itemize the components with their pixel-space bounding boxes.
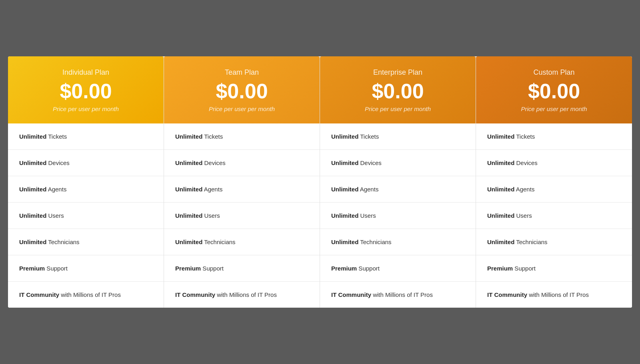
feature-bold-custom-1: Unlimited	[487, 159, 514, 166]
feature-rest-team-4: Technicians	[202, 239, 235, 245]
feature-bold-team-1: Unlimited	[175, 159, 202, 166]
feature-rest-team-5: Support	[201, 265, 224, 272]
feature-bold-team-5: Premium	[175, 265, 201, 272]
feature-bold-team-0: Unlimited	[175, 133, 202, 140]
feature-item-individual-4: Unlimited Technicians	[8, 229, 164, 255]
feature-bold-team-3: Unlimited	[175, 212, 202, 219]
feature-rest-custom-1: Devices	[514, 159, 538, 166]
feature-rest-enterprise-4: Technicians	[358, 239, 391, 245]
plan-column-enterprise: Enterprise Plan$0.00Price per user per m…	[320, 56, 476, 308]
feature-item-custom-5: Premium Support	[476, 255, 632, 282]
feature-item-enterprise-5: Premium Support	[320, 255, 476, 282]
feature-bold-enterprise-3: Unlimited	[331, 212, 358, 219]
feature-item-individual-3: Unlimited Users	[8, 203, 164, 229]
feature-item-team-3: Unlimited Users	[164, 203, 320, 229]
plan-column-team: Team Plan$0.00Price per user per monthUn…	[164, 56, 320, 308]
features-list-custom: Unlimited TicketsUnlimited DevicesUnlimi…	[476, 123, 632, 308]
feature-item-enterprise-0: Unlimited Tickets	[320, 123, 476, 150]
feature-item-enterprise-6: IT Community with Millions of IT Pros	[320, 282, 476, 308]
feature-rest-team-0: Tickets	[202, 133, 223, 140]
feature-item-team-5: Premium Support	[164, 255, 320, 282]
feature-rest-enterprise-1: Devices	[358, 159, 382, 166]
feature-item-custom-3: Unlimited Users	[476, 203, 632, 229]
feature-item-custom-2: Unlimited Agents	[476, 176, 632, 203]
features-list-enterprise: Unlimited TicketsUnlimited DevicesUnlimi…	[320, 123, 476, 308]
feature-bold-individual-3: Unlimited	[19, 212, 46, 219]
feature-bold-custom-3: Unlimited	[487, 212, 514, 219]
feature-item-custom-6: IT Community with Millions of IT Pros	[476, 282, 632, 308]
feature-bold-individual-4: Unlimited	[19, 239, 46, 245]
feature-bold-team-4: Unlimited	[175, 239, 202, 245]
feature-bold-custom-0: Unlimited	[487, 133, 514, 140]
plan-name-individual: Individual Plan	[16, 68, 156, 77]
feature-rest-enterprise-6: with Millions of IT Pros	[371, 291, 433, 298]
feature-item-individual-6: IT Community with Millions of IT Pros	[8, 282, 164, 308]
feature-rest-team-2: Agents	[202, 186, 222, 193]
feature-bold-individual-1: Unlimited	[19, 159, 46, 166]
feature-rest-custom-5: Support	[513, 265, 536, 272]
plan-period-team: Price per user per month	[172, 105, 312, 112]
feature-bold-custom-5: Premium	[487, 265, 513, 272]
feature-rest-enterprise-3: Users	[358, 212, 376, 219]
plan-period-custom: Price per user per month	[484, 105, 624, 112]
feature-bold-team-2: Unlimited	[175, 186, 202, 193]
feature-bold-individual-6: IT Community	[19, 291, 59, 298]
feature-rest-individual-5: Support	[45, 265, 68, 272]
feature-item-individual-2: Unlimited Agents	[8, 176, 164, 203]
feature-rest-individual-2: Agents	[46, 186, 66, 193]
plan-header-individual: Individual Plan$0.00Price per user per m…	[8, 56, 164, 123]
plan-price-enterprise: $0.00	[328, 81, 468, 101]
feature-bold-individual-5: Premium	[19, 265, 45, 272]
plan-header-custom: Custom Plan$0.00Price per user per month	[476, 56, 632, 123]
feature-rest-enterprise-0: Tickets	[358, 133, 379, 140]
feature-rest-individual-1: Devices	[46, 159, 70, 166]
plan-column-custom: Custom Plan$0.00Price per user per month…	[476, 56, 632, 308]
plan-name-enterprise: Enterprise Plan	[328, 68, 468, 77]
feature-bold-enterprise-5: Premium	[331, 265, 357, 272]
feature-item-custom-1: Unlimited Devices	[476, 150, 632, 176]
feature-rest-individual-4: Technicians	[46, 239, 79, 245]
feature-rest-custom-2: Agents	[514, 186, 534, 193]
plan-header-enterprise: Enterprise Plan$0.00Price per user per m…	[320, 56, 476, 123]
feature-item-custom-0: Unlimited Tickets	[476, 123, 632, 150]
feature-item-team-2: Unlimited Agents	[164, 176, 320, 203]
feature-bold-enterprise-4: Unlimited	[331, 239, 358, 245]
feature-bold-enterprise-1: Unlimited	[331, 159, 358, 166]
feature-rest-individual-3: Users	[46, 212, 64, 219]
feature-bold-custom-4: Unlimited	[487, 239, 514, 245]
feature-rest-team-3: Users	[202, 212, 220, 219]
plan-header-team: Team Plan$0.00Price per user per month	[164, 56, 320, 123]
feature-item-team-6: IT Community with Millions of IT Pros	[164, 282, 320, 308]
feature-rest-team-1: Devices	[202, 159, 226, 166]
features-list-team: Unlimited TicketsUnlimited DevicesUnlimi…	[164, 123, 320, 308]
feature-bold-enterprise-0: Unlimited	[331, 133, 358, 140]
feature-rest-custom-4: Technicians	[514, 239, 547, 245]
feature-item-individual-1: Unlimited Devices	[8, 150, 164, 176]
feature-bold-enterprise-6: IT Community	[331, 291, 371, 298]
feature-bold-individual-0: Unlimited	[19, 133, 46, 140]
plan-price-team: $0.00	[172, 81, 312, 101]
plan-column-individual: Individual Plan$0.00Price per user per m…	[8, 56, 164, 308]
feature-item-enterprise-2: Unlimited Agents	[320, 176, 476, 203]
feature-item-enterprise-4: Unlimited Technicians	[320, 229, 476, 255]
feature-rest-custom-6: with Millions of IT Pros	[527, 291, 589, 298]
feature-rest-team-6: with Millions of IT Pros	[215, 291, 277, 298]
pricing-table: Individual Plan$0.00Price per user per m…	[8, 56, 632, 308]
feature-item-enterprise-1: Unlimited Devices	[320, 150, 476, 176]
feature-item-custom-4: Unlimited Technicians	[476, 229, 632, 255]
feature-bold-individual-2: Unlimited	[19, 186, 46, 193]
feature-rest-individual-0: Tickets	[46, 133, 67, 140]
feature-item-enterprise-3: Unlimited Users	[320, 203, 476, 229]
feature-bold-custom-2: Unlimited	[487, 186, 514, 193]
feature-item-team-0: Unlimited Tickets	[164, 123, 320, 150]
feature-item-team-1: Unlimited Devices	[164, 150, 320, 176]
feature-rest-enterprise-2: Agents	[358, 186, 378, 193]
feature-item-individual-0: Unlimited Tickets	[8, 123, 164, 150]
feature-bold-team-6: IT Community	[175, 291, 215, 298]
feature-rest-individual-6: with Millions of IT Pros	[59, 291, 121, 298]
feature-item-team-4: Unlimited Technicians	[164, 229, 320, 255]
plan-name-team: Team Plan	[172, 68, 312, 77]
feature-bold-enterprise-2: Unlimited	[331, 186, 358, 193]
plan-price-custom: $0.00	[484, 81, 624, 101]
features-list-individual: Unlimited TicketsUnlimited DevicesUnlimi…	[8, 123, 164, 308]
